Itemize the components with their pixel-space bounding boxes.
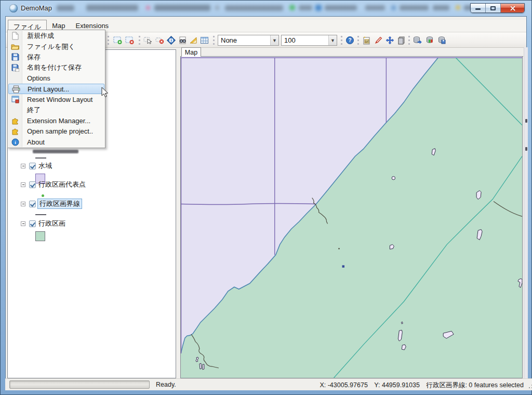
layer-checkbox[interactable] bbox=[29, 163, 36, 169]
minimize-icon bbox=[475, 8, 481, 10]
remove-map-icon bbox=[125, 36, 134, 45]
edit-pencil-button[interactable] bbox=[373, 35, 384, 46]
selection-layer-combo[interactable]: None ▼ bbox=[218, 35, 279, 46]
db-check-button[interactable] bbox=[424, 35, 435, 46]
toolbar-grip[interactable] bbox=[213, 36, 215, 45]
glass-blur-blob bbox=[325, 5, 357, 10]
layer-label[interactable]: 水域 bbox=[38, 161, 52, 170]
status-y: Y: 44959.91035 bbox=[374, 381, 420, 389]
layer-checkbox[interactable] bbox=[29, 201, 36, 207]
layer-item-points[interactable]: 行政区画代表点 bbox=[8, 180, 86, 189]
add-map-button[interactable] bbox=[112, 35, 123, 46]
identify-button[interactable]: i bbox=[166, 35, 177, 46]
representative-point bbox=[342, 265, 344, 267]
db-export-button[interactable] bbox=[412, 35, 423, 46]
search-icon bbox=[178, 36, 187, 45]
select-features-button[interactable] bbox=[142, 35, 153, 46]
glass-blur-blob bbox=[86, 5, 138, 11]
identify-icon: i bbox=[167, 36, 176, 45]
layer-swatch-line bbox=[35, 157, 46, 159]
layer-swatch-point bbox=[42, 194, 44, 197]
search-button[interactable] bbox=[177, 35, 188, 46]
new-shapefile-button[interactable]: SF bbox=[361, 35, 372, 46]
glass-blur-blob bbox=[315, 5, 322, 11]
layer-checkbox[interactable] bbox=[29, 181, 36, 188]
minimize-button[interactable] bbox=[471, 4, 486, 12]
toolbar-grip[interactable] bbox=[408, 36, 410, 45]
layer-label[interactable]: 行政区画代表点 bbox=[38, 180, 86, 189]
toolbar-grip[interactable] bbox=[139, 36, 140, 45]
menu-item-exit[interactable]: 終了 bbox=[8, 105, 104, 115]
progress-bar bbox=[9, 380, 150, 389]
menu-item-extension-manager[interactable]: Extension Manager... bbox=[8, 115, 104, 126]
layer-item-boundary[interactable]: 行政区画界線 bbox=[8, 200, 82, 208]
layer-item-district[interactable]: 行政区画 bbox=[8, 219, 65, 228]
new-file-icon bbox=[8, 32, 22, 40]
attribute-table-button[interactable] bbox=[199, 35, 210, 46]
window-title: DemoMap bbox=[21, 4, 52, 12]
menu-item-save[interactable]: 保存 bbox=[8, 52, 104, 62]
attribute-table-icon bbox=[200, 36, 209, 45]
splitter-handle-icon bbox=[525, 119, 527, 123]
menu-item-new[interactable]: 新規作成 bbox=[8, 31, 104, 41]
toolbar-grip[interactable] bbox=[357, 36, 359, 45]
statusbar: Ready. X: -43005.97675 Y: 44959.91035 行政… bbox=[5, 378, 532, 390]
db-save-button[interactable] bbox=[436, 35, 447, 46]
glass-blur-blob bbox=[215, 5, 220, 10]
map-drawing bbox=[181, 57, 522, 378]
menu-item-open[interactable]: ファイルを開く bbox=[8, 41, 104, 51]
map-canvas[interactable] bbox=[180, 56, 523, 378]
glass-blur-blob bbox=[391, 5, 396, 10]
window-controls bbox=[470, 3, 525, 13]
combo-value: None bbox=[218, 36, 270, 44]
printer-icon bbox=[9, 85, 23, 93]
menu-item-reset-window-layout[interactable]: Reset Window Layout bbox=[8, 94, 104, 104]
remove-map-button[interactable] bbox=[124, 35, 135, 46]
layer-checkbox[interactable] bbox=[29, 220, 36, 227]
maximize-button[interactable] bbox=[486, 4, 501, 12]
copy-page-button[interactable] bbox=[396, 35, 407, 46]
file-menu-dropdown: 新規作成 ファイルを開く 保存 名前を付けて保存 Options bbox=[7, 30, 105, 148]
toolbar-grip[interactable] bbox=[341, 36, 342, 45]
save-as-icon bbox=[8, 64, 22, 72]
menu-item-options[interactable]: Options bbox=[8, 73, 104, 84]
chevron-down-icon: ▼ bbox=[270, 35, 278, 45]
info-icon: i bbox=[8, 138, 22, 146]
layer-label[interactable]: 行政区画界線 bbox=[37, 199, 82, 209]
move-feature-button[interactable] bbox=[384, 35, 395, 46]
status-selection: 行政区画界線: 0 features selected bbox=[426, 381, 524, 389]
layer-item-water[interactable]: 水域 bbox=[8, 162, 52, 170]
chevron-down-icon: ▼ bbox=[328, 35, 337, 45]
glass-blur-blob bbox=[433, 5, 449, 10]
help-button[interactable]: ? bbox=[344, 35, 355, 46]
scale-combo[interactable]: 100 ▼ bbox=[281, 35, 337, 46]
menu-item-about[interactable]: i About bbox=[8, 137, 104, 147]
clear-selection-button[interactable] bbox=[154, 35, 165, 46]
layer-swatch-district bbox=[35, 231, 45, 241]
new-shapefile-icon: SF bbox=[362, 36, 371, 45]
layer-label[interactable]: 行政区画 bbox=[38, 219, 65, 228]
measure-icon bbox=[189, 36, 198, 45]
titlebar[interactable]: DemoMap bbox=[1, 1, 531, 16]
toolbar-grip[interactable] bbox=[108, 36, 109, 45]
status-x: X: -43005.97675 bbox=[320, 381, 367, 389]
menu-item-print-layout[interactable]: Print Layout... bbox=[8, 84, 104, 94]
close-button[interactable] bbox=[501, 4, 524, 12]
help-icon: ? bbox=[345, 36, 354, 45]
collapse-icon[interactable] bbox=[21, 202, 25, 206]
menu-item-open-sample-project[interactable]: Open sample project.. bbox=[8, 126, 104, 137]
map-panel: Map bbox=[180, 47, 523, 378]
collapse-icon[interactable] bbox=[21, 221, 25, 226]
layer-item-partial[interactable] bbox=[33, 150, 78, 153]
maximize-icon bbox=[490, 6, 496, 10]
resize-grip-icon[interactable] bbox=[528, 384, 532, 389]
collapse-icon[interactable] bbox=[21, 182, 25, 187]
puzzle-icon bbox=[8, 117, 22, 125]
right-splitter[interactable] bbox=[524, 47, 528, 378]
district-polygon bbox=[181, 58, 522, 378]
measure-button[interactable] bbox=[188, 35, 199, 46]
combo-value: 100 bbox=[282, 36, 328, 44]
collapse-icon[interactable] bbox=[21, 164, 25, 168]
tab-map[interactable]: Map bbox=[181, 47, 201, 57]
menu-item-save-as[interactable]: 名前を付けて保存 bbox=[8, 62, 104, 73]
